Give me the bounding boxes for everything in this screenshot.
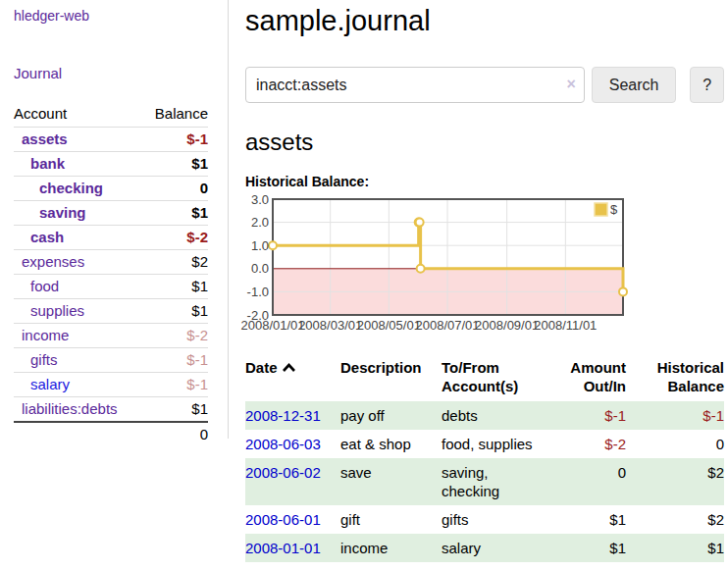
transaction-balance: $2 (628, 505, 724, 534)
register-body: 2008-12-31pay offdebts$-1$-12008-06-03ea… (245, 401, 724, 562)
account-row: food$1 (14, 275, 208, 299)
transaction-accounts: salary (442, 534, 549, 562)
register-row: 2008-12-31pay offdebts$-1$-1 (245, 401, 724, 430)
transaction-accounts: gifts (442, 505, 549, 534)
account-balance: $1 (142, 397, 208, 423)
account-balance: $-2 (142, 324, 208, 348)
account-link[interactable]: income (14, 327, 69, 343)
account-link[interactable]: saving (14, 204, 86, 221)
account-balance: $-2 (142, 226, 208, 250)
register-row: 2008-06-01giftgifts$1$2 (245, 505, 724, 534)
accounts-body: assets$-1bank$1checking0saving$1cash$-2e… (14, 128, 208, 447)
historical-balance-chart: $3.02.01.00.0-1.0-2.02008/01/012008/03/0… (245, 197, 628, 337)
account-link[interactable]: supplies (14, 302, 84, 319)
svg-text:1.0: 1.0 (251, 238, 269, 253)
svg-text:2008/07/01: 2008/07/01 (415, 318, 479, 333)
account-row: gifts$-1 (14, 348, 208, 373)
account-row: cash$-2 (14, 226, 208, 250)
register-table: Date Description To/From Account(s) Amou… (245, 356, 724, 562)
account-balance: $1 (142, 152, 208, 177)
account-title: assets (245, 129, 724, 156)
register-row: 2008-01-01incomesalary$1$1 (245, 534, 724, 562)
transaction-description: pay off (340, 401, 442, 430)
account-balance: $-1 (142, 348, 208, 373)
account-link[interactable]: expenses (14, 253, 84, 270)
account-row: supplies$1 (14, 299, 208, 324)
account-link[interactable]: liabilities:debts (14, 400, 118, 417)
accounts-header-balance: Balance (142, 102, 208, 128)
transaction-accounts: saving, checking (442, 458, 549, 505)
help-button[interactable]: ? (690, 67, 724, 103)
svg-text:2008/01/01: 2008/01/01 (240, 318, 304, 333)
account-link[interactable]: bank (14, 155, 65, 172)
account-balance: 0 (142, 177, 208, 201)
svg-text:2008/09/01: 2008/09/01 (475, 318, 539, 333)
chart-label: Historical Balance: (245, 174, 724, 189)
svg-text:2008/03/01: 2008/03/01 (298, 318, 362, 333)
register-header-date[interactable]: Date (245, 356, 340, 401)
account-balance: $1 (142, 299, 208, 324)
transaction-accounts: debts (442, 401, 549, 430)
account-balance: $-1 (142, 373, 208, 397)
transaction-date-link[interactable]: 2008-06-01 (245, 511, 321, 528)
register-row: 2008-06-02savesaving, checking0$2 (245, 458, 724, 505)
transaction-description: income (340, 534, 442, 562)
account-row: assets$-1 (14, 128, 208, 152)
register-row: 2008-06-03eat & shopfood, supplies$-20 (245, 430, 724, 458)
account-row: saving$1 (14, 201, 208, 226)
svg-text:2008/11/01: 2008/11/01 (534, 318, 597, 333)
transaction-balance: $-1 (628, 401, 724, 430)
accounts-total-row: 0 (14, 422, 208, 446)
app-brand-link[interactable]: hledger-web (14, 8, 208, 24)
svg-text:0.0: 0.0 (251, 261, 269, 276)
page-title: sample.journal (245, 4, 724, 37)
transaction-date-link[interactable]: 2008-01-01 (245, 540, 321, 556)
register-header-balance: Historical Balance (628, 356, 724, 401)
transaction-date-link[interactable]: 2008-06-02 (245, 464, 321, 481)
search-input[interactable] (245, 67, 585, 103)
account-row: bank$1 (14, 152, 208, 177)
account-row: liabilities:debts$1 (14, 397, 208, 423)
accounts-total: 0 (142, 422, 208, 446)
search-form: × Search ? (245, 67, 724, 103)
account-link[interactable]: assets (14, 130, 68, 147)
account-link[interactable]: salary (14, 376, 70, 392)
account-link[interactable]: checking (14, 180, 103, 196)
register-header-description: Description (340, 356, 442, 401)
account-link[interactable]: gifts (14, 351, 58, 368)
transaction-date-link[interactable]: 2008-06-03 (245, 436, 321, 452)
transaction-description: save (340, 458, 442, 505)
account-row: checking0 (14, 177, 208, 201)
transaction-balance: $2 (628, 458, 724, 505)
search-button[interactable]: Search (592, 67, 677, 103)
transaction-balance: $1 (628, 534, 724, 562)
transaction-date-link[interactable]: 2008-12-31 (245, 407, 321, 424)
svg-text:3.0: 3.0 (251, 192, 269, 207)
transaction-amount: $1 (549, 534, 628, 562)
account-row: income$-2 (14, 324, 208, 348)
account-balance: $1 (142, 201, 208, 226)
transaction-accounts: food, supplies (442, 430, 549, 458)
svg-text:$: $ (610, 202, 618, 217)
transaction-amount: 0 (549, 458, 628, 505)
register-header-accounts: To/From Account(s) (442, 356, 549, 401)
sidebar: hledger-web Journal Account Balance asse… (0, 0, 229, 439)
clear-search-icon[interactable]: × (566, 75, 575, 94)
svg-text:2008/05/01: 2008/05/01 (357, 318, 421, 333)
sidebar-item-journal[interactable]: Journal (14, 65, 208, 81)
account-balance: $-1 (142, 128, 208, 152)
transaction-description: gift (340, 505, 442, 534)
account-link[interactable]: food (14, 278, 59, 294)
register-header-amount: Amount Out/In (549, 356, 628, 401)
transaction-description: eat & shop (340, 430, 442, 458)
account-row: salary$-1 (14, 373, 208, 397)
account-row: expenses$2 (14, 250, 208, 275)
transaction-amount: $-1 (549, 401, 628, 430)
transaction-amount: $-2 (549, 430, 628, 458)
account-balance: $2 (142, 250, 208, 275)
svg-text:-1.0: -1.0 (247, 285, 269, 299)
transaction-balance: 0 (628, 430, 724, 458)
account-balance: $1 (142, 275, 208, 299)
account-link[interactable]: cash (14, 229, 64, 245)
main-content: sample.journal × Search ? assets Histori… (230, 0, 728, 562)
